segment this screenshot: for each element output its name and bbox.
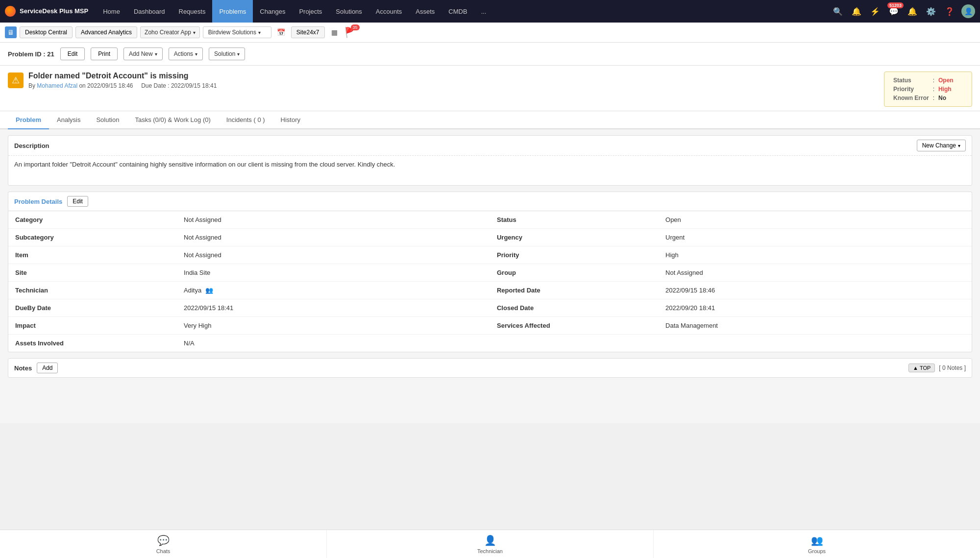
nav-item-requests[interactable]: Requests: [172, 0, 213, 23]
status-label: Status: [891, 76, 931, 85]
tab-history[interactable]: History: [273, 111, 308, 129]
nav-item-assets[interactable]: Assets: [409, 0, 441, 23]
subcategory-value: Not Assigned: [177, 229, 490, 246]
nav-item-dashboard[interactable]: Dashboard: [127, 0, 172, 23]
actions-dropdown[interactable]: Actions ▾: [169, 48, 203, 60]
site-label: Site: [8, 264, 177, 282]
logo-icon: [5, 6, 16, 17]
group-value: Not Assigned: [659, 264, 972, 282]
due-date-label: Due Date :: [141, 82, 169, 89]
advanced-analytics-btn[interactable]: Advanced Analytics: [75, 26, 137, 38]
notes-right: ▲ TOP [ 0 Notes ]: [908, 364, 966, 372]
nav-item-home[interactable]: Home: [96, 0, 127, 23]
problem-icon: ⚠: [8, 73, 24, 88]
help-icon[interactable]: ❓: [943, 4, 956, 18]
toolbar-row: 🖥 Desktop Central Advanced Analytics Zoh…: [0, 23, 980, 43]
status-value: Open: [659, 211, 972, 229]
status-label: Status: [490, 211, 659, 229]
problem-details-table: Category Not Assigned Status Open Subcat…: [8, 211, 972, 352]
top-button[interactable]: ▲ TOP: [908, 364, 935, 372]
grid-icon[interactable]: ▦: [328, 25, 342, 39]
nav-item-more[interactable]: ...: [474, 0, 493, 23]
nav-item-cmdb[interactable]: CMDB: [441, 0, 474, 23]
flag-notification[interactable]: 🚩 35: [344, 26, 357, 38]
description-body: An important folder "Detroit Account" co…: [8, 156, 972, 185]
site24x7-btn[interactable]: Site24x7: [291, 26, 325, 38]
nav-item-accounts[interactable]: Accounts: [369, 0, 409, 23]
desktop-central-btn[interactable]: Desktop Central: [20, 26, 73, 38]
nav-item-projects[interactable]: Projects: [292, 0, 329, 23]
tab-solution[interactable]: Solution: [88, 111, 127, 129]
print-button[interactable]: Print: [91, 48, 118, 60]
assets-label: Assets Involved: [8, 335, 177, 352]
known-error-label: Known Error: [891, 94, 931, 102]
nav-item-problems[interactable]: Problems: [212, 0, 253, 23]
tabs-bar: Problem Analysis Solution Tasks (0/0) & …: [0, 111, 980, 129]
nav-item-solutions[interactable]: Solutions: [329, 0, 368, 23]
dueby-value: 2022/09/15 18:41: [177, 299, 490, 317]
services-value: Data Management: [659, 317, 972, 335]
urgency-label: Urgency: [490, 229, 659, 246]
chevron-down-icon: ▾: [193, 30, 196, 35]
nav-right-icons: 🔍 🔔 ⚡ 💬 51203 🔔 ⚙️ ❓ 👤: [831, 4, 975, 18]
settings-icon[interactable]: ⚙️: [924, 4, 938, 18]
tab-incidents[interactable]: Incidents ( 0 ): [219, 111, 273, 129]
edit-button[interactable]: Edit: [60, 48, 85, 60]
table-row: Category Not Assigned Status Open: [8, 211, 972, 229]
lightning-icon[interactable]: ⚡: [868, 4, 882, 18]
table-row: Item Not Assigned Priority High: [8, 246, 972, 264]
description-text: An important folder "Detroit Account" co…: [14, 161, 395, 168]
table-row: Impact Very High Services Affected Data …: [8, 317, 972, 335]
description-title: Description: [14, 142, 49, 149]
known-error-colon: :: [931, 94, 936, 102]
chevron-down-icon: ▾: [155, 51, 157, 57]
chevron-down-icon: ▾: [258, 30, 261, 35]
priority-label: Priority: [490, 246, 659, 264]
author-link[interactable]: Mohamed Afzal: [37, 82, 77, 89]
closed-date-label: Closed Date: [490, 299, 659, 317]
tab-problem[interactable]: Problem: [8, 111, 49, 129]
problem-title-text: Folder named "Detroit Account" is missin…: [28, 72, 217, 89]
notes-left: Notes Add: [14, 363, 58, 373]
notification-icon[interactable]: 🔔: [850, 4, 863, 18]
chevron-down-icon: ▾: [237, 51, 240, 57]
calendar-icon[interactable]: 📅: [274, 25, 288, 39]
site-selector[interactable]: Birdview Solutions ▾: [203, 26, 271, 38]
desktop-central-icon[interactable]: 🖥: [5, 26, 17, 38]
problem-details-edit-button[interactable]: Edit: [67, 196, 88, 207]
search-icon[interactable]: 🔍: [831, 4, 845, 18]
problem-title-section: ⚠ Folder named "Detroit Account" is miss…: [0, 66, 980, 111]
table-row: Assets Involved N/A: [8, 335, 972, 352]
reported-date-value: 2022/09/15 18:46: [659, 282, 972, 299]
chevron-down-icon: ▾: [195, 51, 197, 57]
site-value: India Site: [177, 264, 490, 282]
zoho-creator-dropdown[interactable]: Zoho Creator App ▾: [140, 26, 200, 38]
table-row: Subcategory Not Assigned Urgency Urgent: [8, 229, 972, 246]
notes-label: Notes: [14, 364, 32, 372]
assets-value: N/A: [177, 335, 490, 352]
new-change-button[interactable]: New Change ▾: [917, 140, 966, 151]
nav-items: Home Dashboard Requests Problems Changes…: [96, 0, 831, 23]
tab-analysis[interactable]: Analysis: [49, 111, 88, 129]
app-name: ServiceDesk Plus MSP: [20, 7, 88, 15]
user-avatar[interactable]: 👤: [961, 4, 975, 18]
add-new-dropdown[interactable]: Add New ▾: [123, 48, 163, 60]
description-header: Description New Change ▾: [8, 136, 972, 156]
problem-status-box: Status : Open Priority : High Known Erro…: [884, 72, 972, 107]
solution-dropdown[interactable]: Solution ▾: [209, 48, 245, 60]
chevron-down-icon: ▾: [958, 143, 960, 148]
known-error-value: No: [936, 94, 956, 102]
nav-item-changes[interactable]: Changes: [253, 0, 292, 23]
add-note-button[interactable]: Add: [37, 363, 58, 373]
problem-details-header: Problem Details Edit: [8, 192, 972, 211]
impact-value: Very High: [177, 317, 490, 335]
problem-header-bar: Problem ID : 21 Edit Print Add New ▾ Act…: [0, 43, 980, 66]
logo-area[interactable]: ServiceDesk Plus MSP: [5, 6, 88, 17]
tab-tasks[interactable]: Tasks (0/0) & Work Log (0): [127, 111, 218, 129]
chat-icon[interactable]: 💬 51203: [887, 4, 901, 18]
group-label: Group: [490, 264, 659, 282]
reported-date-label: Reported Date: [490, 282, 659, 299]
bell-icon[interactable]: 🔔: [906, 4, 919, 18]
problem-id: Problem ID : 21: [8, 50, 54, 58]
top-navigation: ServiceDesk Plus MSP Home Dashboard Requ…: [0, 0, 980, 23]
